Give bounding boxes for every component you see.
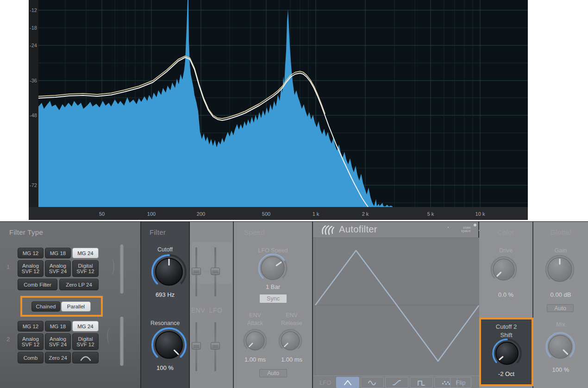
filter-title: Filter: [150, 228, 166, 236]
decorative-arc: [107, 327, 114, 345]
filter1-comb-filter-button[interactable]: Comb Filter: [18, 279, 57, 290]
env2-slider-handle[interactable]: [192, 342, 201, 350]
env-attack-value: 1.00 ms: [237, 356, 274, 363]
svg-text:-12: -12: [30, 7, 37, 13]
lfo-speed-knob[interactable]: [257, 252, 288, 284]
autofilter-plugin-window: -12 -18 -24 -36 -48 -72 50 100 200 500 1…: [0, 0, 588, 388]
cutoff2-shift-group: Cutoff 2 Shift -2 Oct: [479, 318, 533, 386]
cutoff2-label-line1: Cutoff 2: [481, 323, 532, 330]
lfo1-slider-handle[interactable]: [211, 268, 220, 275]
filter1-mg24-button[interactable]: MG 24: [72, 248, 99, 258]
speed-title: Speed: [244, 228, 265, 236]
filter1-analog-svf12-button[interactable]: AnalogSVF 12: [18, 260, 44, 277]
cutoff-knob[interactable]: [150, 253, 188, 290]
presonus-logo-icon: [321, 225, 335, 236]
cutoff-label: Cutoff: [141, 246, 189, 253]
svg-text:200: 200: [197, 211, 205, 217]
lfo2-slider-handle[interactable]: [211, 342, 220, 350]
plugin-title: Autofilter: [339, 224, 377, 235]
lfo-triangle-wave: [315, 250, 479, 361]
svg-text:100: 100: [147, 211, 156, 217]
svg-text:-24: -24: [30, 43, 37, 48]
color-section: Color Drive 0.0 % Cutoff 2 Shift -2 Oct: [479, 222, 533, 388]
filter2-digital-svf12-button[interactable]: DigitalSVF 12: [72, 333, 99, 350]
mix-label: Mix: [533, 321, 588, 328]
mod-sliders-highlight: [192, 242, 232, 284]
state-space-logo: statespace: [452, 226, 471, 232]
filter-mode-parallel-button[interactable]: Parallel: [61, 301, 91, 312]
resonance-value: 100 %: [141, 364, 189, 371]
mod-amount-section: ENV LFO: [190, 222, 234, 388]
gain-auto-button[interactable]: Auto: [547, 304, 574, 312]
lfo-waveform-square-button[interactable]: [410, 377, 433, 388]
lfo-waveform-ramp-button[interactable]: [385, 377, 408, 388]
filter1-morph-slider[interactable]: [120, 244, 124, 294]
env1-slider-handle[interactable]: [192, 268, 201, 275]
filter2-mg24-button[interactable]: MG 24: [72, 321, 99, 332]
lfo-speed-value: 1 Bar: [234, 283, 312, 290]
sync-button[interactable]: Sync: [259, 294, 287, 303]
env-release-value: 1.00 ms: [273, 356, 310, 363]
drive-value: 0.0 %: [479, 291, 532, 298]
filter2-bandpass-button[interactable]: [72, 352, 99, 363]
filter2-mg18-button[interactable]: MG 18: [45, 321, 71, 332]
resonance-knob[interactable]: [150, 326, 188, 363]
filter2-mg12-button[interactable]: MG 12: [18, 321, 44, 332]
filter2-index-label: 2: [6, 336, 10, 343]
triangle-wave-icon: [343, 379, 352, 386]
env-release-label: ENVRelease: [273, 312, 310, 327]
mix-value: 100 %: [533, 366, 588, 373]
speed-section: Speed LFO Speed 1 Bar Sync ENVAttack ENV…: [234, 222, 313, 388]
cutoff2-value: -2 Oct: [481, 370, 532, 377]
lfo-column-label: LFO: [207, 307, 224, 314]
gain-knob[interactable]: [544, 254, 575, 285]
filter1-analog-svf24-button[interactable]: AnalogSVF 24: [45, 260, 71, 277]
env-column-label: ENV: [190, 307, 206, 314]
filter2-comb-button[interactable]: Comb: [18, 352, 44, 363]
bandpass-curve-icon: [79, 354, 92, 362]
sine-wave-icon: [368, 379, 377, 386]
env-attack-knob[interactable]: [242, 328, 268, 354]
mix-knob[interactable]: [544, 331, 576, 363]
env-release-knob[interactable]: [277, 328, 303, 354]
lfo-waveform-triangle-button[interactable]: [336, 377, 359, 388]
filter2-zero24-button[interactable]: Zero 24: [45, 352, 71, 363]
svg-text:10 k: 10 k: [475, 211, 485, 217]
filter1-digital-svf12-button[interactable]: DigitalSVF 12: [72, 260, 99, 277]
spectrum-plot: -12 -18 -24 -36 -48 -72 50 100 200 500 1…: [29, 0, 528, 220]
filter1-index-label: 1: [6, 263, 10, 270]
gain-value: 0.00 dB: [533, 291, 588, 298]
svg-text:-72: -72: [30, 182, 37, 188]
logo-dot: [474, 224, 476, 226]
filter2-morph-slider[interactable]: [120, 317, 124, 366]
filter-type-section: Filter Type 1 MG 12 MG 18 MG 24 AnalogSV…: [0, 222, 141, 388]
spectrum-analyzer: -12 -18 -24 -36 -48 -72 50 100 200 500 1…: [29, 0, 528, 220]
svg-text:-36: -36: [30, 78, 37, 83]
mod1-minus-sign: [203, 270, 209, 272]
filter2-analog-svf24-button[interactable]: AnalogSVF 24: [45, 333, 71, 350]
filter2-analog-svf12-button[interactable]: AnalogSVF 12: [18, 333, 44, 350]
cutoff2-shift-knob[interactable]: [491, 338, 523, 369]
filter1-mg12-button[interactable]: MG 12: [18, 248, 44, 258]
drive-knob[interactable]: [489, 255, 519, 284]
speed-auto-button[interactable]: Auto: [259, 369, 287, 377]
logo-dot: [448, 227, 449, 228]
color-title: Color: [479, 228, 532, 236]
svg-text:1 k: 1 k: [313, 211, 319, 217]
resonance-label: Resonance: [141, 320, 189, 326]
filter-mode-chained-button[interactable]: Chained: [31, 301, 60, 312]
svg-text:-48: -48: [30, 113, 37, 118]
filter1-mg18-button[interactable]: MG 18: [45, 248, 71, 258]
lfo-bar-label: LFO: [319, 379, 331, 386]
lfo-flip-button[interactable]: Flip: [450, 377, 471, 388]
ramp-wave-icon: [392, 379, 401, 386]
svg-text:2 k: 2 k: [362, 211, 369, 217]
lfo-waveform-sine-button[interactable]: [361, 377, 384, 388]
filter1-zero-lp24-button[interactable]: Zero LP 24: [59, 279, 99, 290]
mod2-minus-sign: [203, 345, 209, 346]
decorative-arc: [107, 258, 114, 275]
lfo-display-section: Autofilter statespace LFO: [313, 222, 479, 388]
svg-text:5 k: 5 k: [427, 211, 434, 217]
gain-label: Gain: [533, 247, 588, 254]
square-wave-icon: [417, 379, 426, 386]
